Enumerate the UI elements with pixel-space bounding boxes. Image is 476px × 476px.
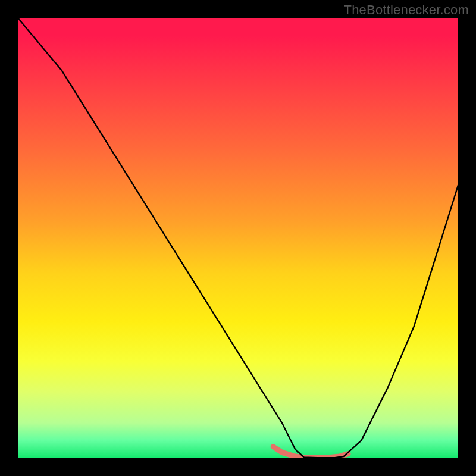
curve-svg xyxy=(18,18,458,458)
chart-frame: TheBottlenecker.com xyxy=(0,0,476,476)
plot-area xyxy=(18,18,458,458)
sweet-spot-line xyxy=(273,447,348,458)
watermark-text: TheBottlenecker.com xyxy=(344,2,469,18)
bottleneck-curve xyxy=(18,18,458,458)
